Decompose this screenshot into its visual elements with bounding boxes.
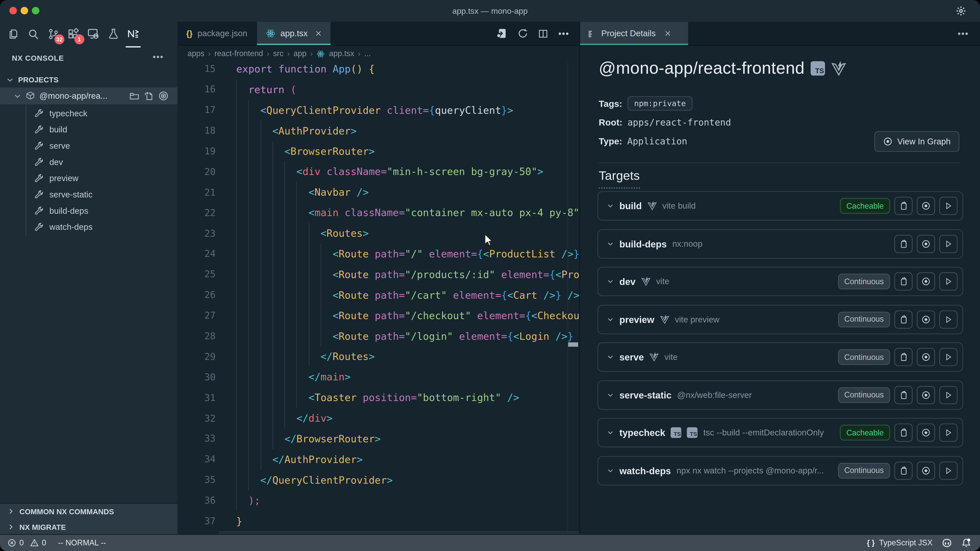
open-project-details-icon[interactable] <box>496 27 508 40</box>
view-in-graph-button[interactable] <box>917 462 935 480</box>
breadcrumb-item[interactable]: apps <box>188 49 204 58</box>
sidebar-section-nx-migrate[interactable]: NX MIGRATE <box>0 519 178 535</box>
projects-section-header[interactable]: PROJECTS <box>0 73 178 87</box>
code-line-26[interactable]: 26 <Route path="/cart" element={<Cart />… <box>178 285 579 305</box>
code-line-28[interactable]: 28 <Route path="/login" element={<Login … <box>178 326 579 346</box>
code-line-24[interactable]: 24 <Route path="/" element={<ProductList… <box>178 244 579 264</box>
copilot-icon[interactable] <box>941 538 953 548</box>
code-line-29[interactable]: 29 </Routes> <box>178 346 579 367</box>
target-card-serve[interactable]: serveviteContinuous <box>597 342 963 372</box>
tab-package-json[interactable]: {} package.json <box>178 22 257 45</box>
run-target-button[interactable] <box>939 386 958 404</box>
problems-indicator[interactable]: 0 0 -- NORMAL -- <box>0 538 106 547</box>
code-line-35[interactable]: 35 </QueryClientProvider> <box>178 470 579 490</box>
sidebar-item-dev[interactable]: dev <box>0 154 178 170</box>
code-line-21[interactable]: 21 <Navbar /> <box>178 182 579 203</box>
overview-ruler-cursor[interactable] <box>568 342 578 347</box>
sidebar-item-serve[interactable]: serve <box>0 138 178 154</box>
chevron-down-icon[interactable] <box>607 391 614 398</box>
breadcrumb-item[interactable]: ... <box>364 49 371 58</box>
language-mode[interactable]: { } TypeScript JSX <box>867 538 932 547</box>
copy-button[interactable] <box>894 310 912 328</box>
code-line-18[interactable]: 18 <AuthProvider> <box>178 121 579 141</box>
sidebar-item-watch-deps[interactable]: watch-deps <box>0 219 178 235</box>
chevron-down-icon[interactable] <box>607 240 614 247</box>
split-editor-icon[interactable] <box>538 28 548 38</box>
run-target-button[interactable] <box>939 310 958 328</box>
chevron-down-icon[interactable] <box>607 467 614 474</box>
copy-button[interactable] <box>894 462 912 480</box>
code-line-32[interactable]: 32 </div> <box>178 408 579 429</box>
chevron-down-icon[interactable] <box>607 202 614 209</box>
run-target-button[interactable] <box>939 348 958 366</box>
notifications-bell-icon[interactable] <box>961 538 971 548</box>
view-in-graph-button[interactable] <box>917 386 935 404</box>
sidebar-item-typecheck[interactable]: typecheck <box>0 105 178 121</box>
close-icon[interactable] <box>315 30 322 37</box>
sidebar-item-build-deps[interactable]: build-deps <box>0 202 178 219</box>
testing-icon[interactable] <box>106 25 120 42</box>
code-line-36[interactable]: 36 ); <box>178 490 579 511</box>
copy-button[interactable] <box>894 272 912 291</box>
chevron-down-icon[interactable] <box>607 354 614 360</box>
code-line-23[interactable]: 23 <Routes> <box>178 223 579 244</box>
code-editor[interactable]: 15export function App() {16 return (17 <… <box>178 62 579 534</box>
goto-config-file-icon[interactable] <box>144 91 154 101</box>
extensions-icon[interactable]: 1 <box>66 25 80 42</box>
code-line-33[interactable]: 33 </BrowserRouter> <box>178 429 579 449</box>
view-in-graph-button[interactable] <box>917 197 935 215</box>
view-in-graph-button[interactable] <box>917 424 935 441</box>
breadcrumb-item[interactable]: src <box>273 49 283 58</box>
run-target-button[interactable] <box>939 462 958 480</box>
close-icon[interactable] <box>664 30 671 37</box>
remote-explorer-icon[interactable] <box>86 25 100 42</box>
view-in-graph-button[interactable]: View In Graph <box>874 131 959 152</box>
copy-button[interactable] <box>894 386 912 404</box>
copy-button[interactable] <box>894 348 912 366</box>
source-control-icon[interactable]: 32 <box>46 25 60 42</box>
target-card-build-deps[interactable]: build-depsnx:noop <box>597 229 963 259</box>
folder-icon[interactable] <box>129 91 139 101</box>
target-icon[interactable] <box>158 91 169 101</box>
code-line-30[interactable]: 30 </main> <box>178 367 579 387</box>
code-line-17[interactable]: 17 <QueryClientProvider client={queryCli… <box>178 100 579 121</box>
target-card-build[interactable]: buildvite buildCacheable <box>597 191 963 221</box>
target-card-watch-deps[interactable]: watch-depsnpx nx watch --projects @mono-… <box>597 456 963 485</box>
breadcrumb-item[interactable]: app <box>293 49 307 58</box>
run-target-button[interactable] <box>939 235 958 253</box>
sidebar-item-project[interactable]: @mono-app/rea... <box>0 87 178 104</box>
refresh-icon[interactable] <box>517 28 528 39</box>
copy-button[interactable] <box>894 197 912 215</box>
run-target-button[interactable] <box>939 272 958 291</box>
target-card-typecheck[interactable]: typecheckTSTStsc --build --emitDeclarati… <box>597 418 963 447</box>
target-card-dev[interactable]: devviteContinuous <box>597 267 963 296</box>
gear-icon[interactable] <box>956 6 966 16</box>
explorer-icon[interactable] <box>6 25 20 42</box>
code-line-31[interactable]: 31 <Toaster position="bottom-right" /> <box>178 387 579 408</box>
sidebar-item-preview[interactable]: preview <box>0 170 178 186</box>
code-line-19[interactable]: 19 <BrowserRouter> <box>178 141 579 162</box>
code-line-38[interactable]: 38 <box>178 531 579 534</box>
sidebar-item-serve-static[interactable]: serve-static <box>0 186 178 203</box>
copy-button[interactable] <box>894 235 912 253</box>
code-line-20[interactable]: 20 <div className="min-h-screen bg-gray-… <box>178 162 579 182</box>
code-line-27[interactable]: 27 <Route path="/checkout" element={<Che… <box>178 305 579 326</box>
chevron-down-icon[interactable] <box>607 316 614 323</box>
view-in-graph-button[interactable] <box>917 310 935 328</box>
view-in-graph-button[interactable] <box>917 235 935 253</box>
run-target-button[interactable] <box>939 197 958 215</box>
code-line-37[interactable]: 37} <box>178 511 579 531</box>
chevron-down-icon[interactable] <box>607 278 614 285</box>
run-target-button[interactable] <box>939 424 958 441</box>
code-line-34[interactable]: 34 </AuthProvider> <box>178 449 579 470</box>
code-line-22[interactable]: 22 <main className="container mx-auto px… <box>178 203 579 223</box>
sidebar-section-common-nx-commands[interactable]: COMMON NX COMMANDS <box>0 503 178 519</box>
code-line-16[interactable]: 16 return ( <box>178 79 579 100</box>
chevron-down-icon[interactable] <box>607 429 614 436</box>
copy-button[interactable] <box>894 424 912 441</box>
tab-project-details[interactable]: Project Details <box>580 22 688 45</box>
code-line-15[interactable]: 15export function App() { <box>178 62 579 79</box>
tab-app-tsx[interactable]: app.tsx <box>257 22 331 45</box>
sidebar-more-icon[interactable]: ••• <box>153 52 164 62</box>
target-card-preview[interactable]: previewvite previewContinuous <box>597 305 963 334</box>
